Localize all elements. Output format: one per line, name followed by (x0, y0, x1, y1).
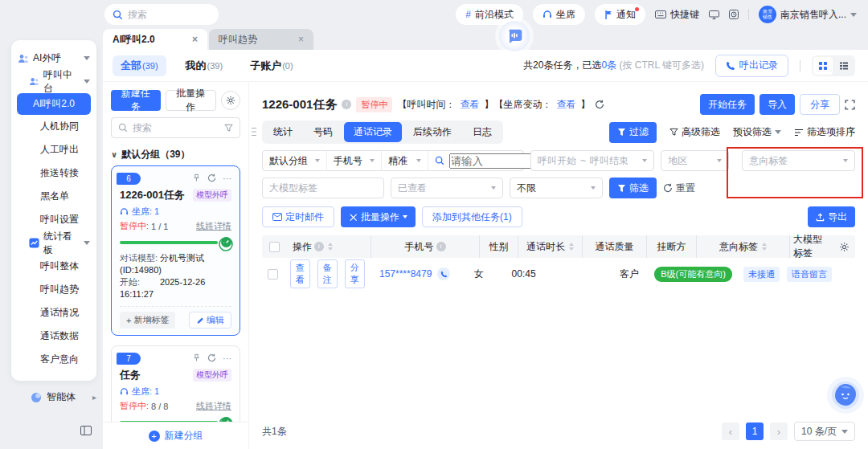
more-icon[interactable]: ··· (223, 173, 231, 183)
scope-tab-mine[interactable]: 我的 (39) (178, 55, 231, 76)
tab-follow-up[interactable]: 后续动作 (403, 122, 461, 142)
model-tag-field[interactable] (269, 182, 377, 194)
sidebar-item-call-trend[interactable]: 呼叫趋势 (11, 278, 96, 301)
sidebar-item-human-machine[interactable]: 人机协同 (11, 115, 96, 138)
export-button[interactable]: 导出 (808, 206, 855, 227)
refresh-icon[interactable] (595, 100, 604, 109)
column-duration[interactable]: 通话时长 (518, 235, 582, 258)
region-select[interactable]: 地区 (661, 150, 729, 171)
preset-filter-dropdown[interactable]: 预设筛选 (733, 125, 781, 139)
outbound-records-button[interactable]: 呼出记录 (715, 55, 788, 77)
page-size-select[interactable]: 10 条/页 (794, 422, 855, 441)
notifications-button[interactable]: 通知 (595, 4, 645, 25)
table-row[interactable]: 查看 备注 分享 157****8479 女 00:45 (262, 258, 855, 290)
sidebar-item-call-center[interactable]: 呼叫中台 (11, 70, 96, 93)
table-settings-button[interactable] (833, 235, 855, 258)
sidebar-item-ai-call-2[interactable]: AI呼叫2.0 (17, 93, 91, 115)
task-settings-button[interactable] (221, 91, 240, 110)
task-card[interactable]: 6 ··· 1226-001任务 模型外呼 (111, 165, 240, 336)
row-checkbox[interactable] (268, 269, 278, 280)
phone-number[interactable]: 157****8479 (379, 268, 432, 280)
close-icon[interactable]: × (298, 34, 304, 45)
new-task-button[interactable]: 新建任务 (111, 90, 161, 111)
line-detail-link[interactable]: 线路详情 (196, 400, 231, 412)
history-icon[interactable] (729, 10, 739, 19)
next-page-button[interactable]: › (770, 422, 788, 440)
column-quality[interactable]: 通话质量 (582, 235, 646, 258)
phone-icon[interactable] (437, 267, 450, 280)
sidebar-item-call-situation[interactable]: 通话情况 (11, 301, 96, 325)
close-icon[interactable]: × (192, 34, 198, 45)
line-detail-link[interactable]: 线路详情 (196, 220, 231, 232)
more-icon[interactable]: ··· (223, 353, 231, 363)
pin-icon[interactable] (192, 353, 201, 364)
shortcut-keys-button[interactable]: 快捷键 (655, 8, 699, 22)
precise-match-select[interactable]: 精准 (382, 151, 428, 170)
task-group-header[interactable]: ∨ 默认分组（39） (111, 148, 240, 161)
share-button[interactable]: 分享 (800, 94, 840, 115)
info-icon[interactable] (342, 100, 351, 109)
edit-task-button[interactable]: 编辑 (189, 312, 231, 329)
column-hangup[interactable]: 挂断方 (646, 235, 696, 258)
sidebar-item-call-settings[interactable]: 呼叫设置 (11, 208, 96, 231)
account-menu[interactable]: 南京 销售 南京销售呼入... (759, 6, 857, 23)
column-gender[interactable]: 性别 (479, 235, 518, 258)
page-1-button[interactable]: 1 (746, 422, 764, 440)
apply-filter-button[interactable]: 筛选 (609, 178, 657, 198)
ai-assistant-button[interactable] (499, 21, 530, 51)
global-search[interactable] (104, 4, 219, 25)
sidebar-item-push-transfer[interactable]: 推送转接 (11, 161, 96, 185)
monitor-icon[interactable] (709, 10, 719, 19)
task-card[interactable]: 7 ··· 任务 模型外呼 (111, 345, 240, 422)
intent-tag-select[interactable]: 意向标签 (742, 150, 855, 171)
sidebar-item-agent[interactable]: 智能体 ▸ (31, 390, 96, 404)
collapse-tasklist-handle[interactable] (251, 127, 257, 137)
note-button[interactable]: 备注 (317, 259, 338, 288)
ai-assistant-bubble[interactable] (826, 376, 865, 418)
scope-tab-all[interactable]: 全部 (39) (113, 55, 166, 76)
advanced-filter-button[interactable]: 高级筛选 (669, 125, 720, 139)
select-all-checkbox[interactable] (269, 242, 280, 252)
unlimited-select[interactable]: 不限 (510, 178, 603, 198)
group-select[interactable]: 默认分组 (263, 151, 327, 170)
call-time-range-picker[interactable]: 呼叫开始 ~ 呼叫结束 (530, 150, 654, 171)
filter-sort-button[interactable]: 筛选项排序 (794, 125, 855, 139)
column-actions[interactable]: 操作 (286, 235, 371, 258)
scope-tab-subaccount[interactable]: 子账户 (0) (242, 55, 301, 76)
batch-operation-dropdown[interactable]: 批量操作 (341, 206, 416, 227)
column-model-tag[interactable]: 大模型标签 (789, 235, 833, 258)
tab-ai-call[interactable]: AI呼叫2.0 × (103, 29, 207, 50)
sidebar-item-blacklist[interactable]: 黑名单 (11, 185, 96, 208)
play-button[interactable] (219, 237, 233, 255)
scheduled-mail-button[interactable]: 定时邮件 (262, 206, 334, 227)
column-phone[interactable]: 手机号 (371, 235, 479, 258)
task-search[interactable] (111, 117, 240, 138)
global-search-input[interactable] (128, 9, 211, 20)
add-tag-button[interactable]: + 新增标签 (120, 312, 175, 329)
batch-operations-button[interactable]: 批量操作 (166, 90, 217, 111)
fullscreen-icon[interactable] (845, 100, 855, 110)
tab-call-trend[interactable]: 呼叫趋势 × (209, 29, 313, 50)
prev-page-button[interactable]: ‹ (722, 422, 739, 440)
share-record-button[interactable]: 分享 (345, 259, 365, 288)
view-call-time-link[interactable]: 查看 (460, 98, 479, 112)
task-search-input[interactable] (133, 122, 219, 133)
column-intent[interactable]: 意向标签 (696, 235, 789, 258)
import-button[interactable]: 导入 (760, 94, 795, 115)
view-record-button[interactable]: 查看 (290, 259, 310, 288)
tab-numbers[interactable]: 号码 (304, 122, 342, 142)
sidebar-item-customer-intent[interactable]: 客户意向 (11, 348, 96, 371)
refresh-icon[interactable] (207, 173, 216, 184)
start-task-button[interactable]: 开始任务 (700, 94, 755, 115)
tab-logs[interactable]: 日志 (463, 122, 502, 142)
phone-field-select[interactable]: 手机号 (327, 151, 382, 170)
refresh-icon[interactable] (207, 353, 216, 364)
seat-button[interactable]: 坐席 (533, 4, 585, 25)
list-view-button[interactable] (834, 57, 854, 75)
filter-funnel-icon[interactable] (224, 124, 233, 133)
tab-statistics[interactable]: 统计 (264, 122, 302, 142)
new-group-button[interactable]: + 新建分组 (103, 422, 248, 449)
sidebar-item-call-data[interactable]: 通话数据 (11, 325, 96, 348)
sidebar-item-call-overall[interactable]: 呼叫整体 (11, 255, 96, 278)
model-tag-input[interactable] (262, 178, 384, 198)
